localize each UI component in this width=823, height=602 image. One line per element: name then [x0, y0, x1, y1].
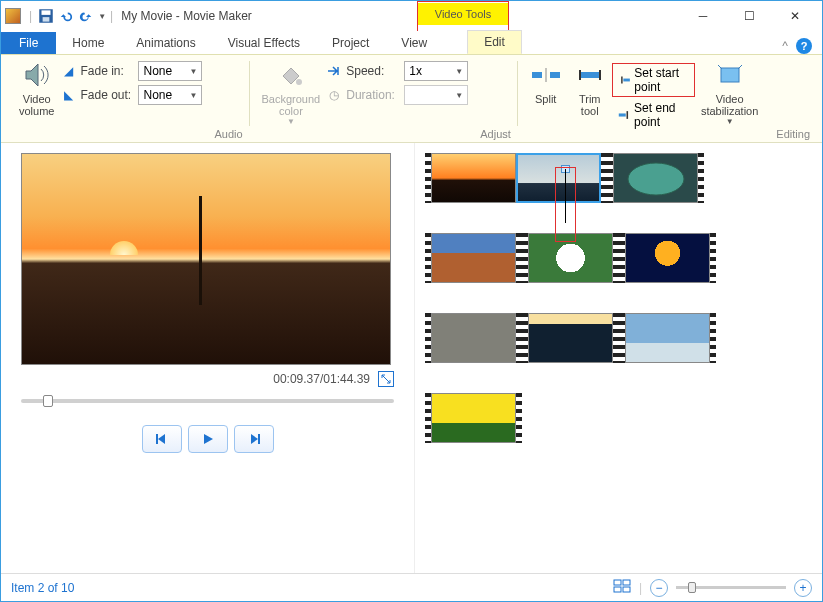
time-display: 00:09.37/01:44.39: [273, 372, 370, 386]
svg-rect-15: [623, 580, 630, 585]
svg-point-13: [628, 163, 684, 195]
window-title: My Movie - Movie Maker: [121, 9, 252, 23]
status-item-count: Item 2 of 10: [11, 581, 74, 595]
clip-thumbnail[interactable]: [528, 233, 613, 283]
qat-save-button[interactable]: [37, 7, 55, 25]
fade-in-icon: ◢: [60, 63, 76, 79]
clip-thumbnail[interactable]: [625, 313, 710, 363]
status-bar: Item 2 of 10 | − +: [1, 573, 822, 601]
tab-edit[interactable]: Edit: [467, 30, 522, 54]
tab-animations[interactable]: Animations: [120, 32, 211, 54]
speed-combo[interactable]: 1x▼: [404, 61, 468, 81]
close-button[interactable]: ✕: [772, 2, 818, 30]
svg-rect-8: [623, 79, 630, 82]
split-icon: [530, 59, 562, 91]
tab-home[interactable]: Home: [56, 32, 120, 54]
svg-rect-11: [156, 434, 158, 444]
app-icon: [5, 8, 21, 24]
video-volume-button[interactable]: Video volume: [13, 57, 60, 119]
clip-thumbnail-selected[interactable]: [516, 153, 601, 203]
zoom-out-button[interactable]: −: [650, 579, 668, 597]
split-button[interactable]: Split: [524, 57, 568, 107]
svg-rect-16: [614, 587, 621, 592]
ribbon-tabs: File Home Animations Visual Effects Proj…: [1, 31, 822, 55]
fade-in-combo[interactable]: None▼: [138, 61, 202, 81]
svg-rect-9: [618, 113, 625, 116]
thumbnail-view-button[interactable]: [613, 579, 631, 596]
duration-icon: ◷: [326, 87, 342, 103]
play-button[interactable]: [188, 425, 228, 453]
seek-slider[interactable]: [21, 399, 394, 403]
contextual-tab-header: Video Tools: [418, 3, 508, 25]
clip-thumbnail[interactable]: [613, 153, 698, 203]
group-label-editing: Editing: [776, 128, 810, 142]
speed-label: Speed:: [346, 64, 400, 78]
qat-redo-button[interactable]: [77, 7, 95, 25]
main-area: 00:09.37/01:44.39: [1, 143, 822, 573]
playhead-line: [565, 169, 566, 223]
fade-out-combo[interactable]: None▼: [138, 85, 202, 105]
clip-thumbnail[interactable]: [431, 153, 516, 203]
svg-rect-14: [614, 580, 621, 585]
duration-label: Duration:: [346, 88, 400, 102]
fade-out-icon: ◣: [60, 87, 76, 103]
background-color-button[interactable]: Background color ▼: [256, 57, 327, 128]
speed-icon: [326, 63, 342, 79]
tab-project[interactable]: Project: [316, 32, 385, 54]
timeline-row: [425, 153, 812, 203]
preview-pane: 00:09.37/01:44.39: [1, 143, 415, 573]
tab-visual-effects[interactable]: Visual Effects: [212, 32, 316, 54]
svg-rect-10: [721, 68, 739, 82]
group-label-audio: Audio: [214, 128, 242, 142]
svg-rect-4: [532, 72, 542, 78]
speaker-icon: [21, 59, 53, 91]
svg-rect-7: [580, 72, 600, 78]
preview-player[interactable]: [21, 153, 391, 365]
prev-frame-button[interactable]: [142, 425, 182, 453]
video-stabilization-button[interactable]: Video stabilization ▼: [695, 57, 764, 128]
set-end-icon: [618, 107, 630, 123]
fade-out-label: Fade out:: [80, 88, 134, 102]
duration-combo: ▼: [404, 85, 468, 105]
tab-view[interactable]: View: [385, 32, 443, 54]
zoom-slider[interactable]: [676, 586, 786, 589]
fullscreen-button[interactable]: [378, 371, 394, 387]
paint-bucket-icon: [275, 59, 307, 91]
clip-thumbnail[interactable]: [528, 313, 613, 363]
ribbon: Video volume ◢ Fade in: None▼ ◣ Fade out…: [1, 55, 822, 143]
svg-point-3: [296, 79, 302, 85]
svg-rect-5: [550, 72, 560, 78]
svg-rect-2: [43, 17, 50, 22]
qat-undo-button[interactable]: [57, 7, 75, 25]
set-start-point-button[interactable]: Set start point: [612, 63, 695, 97]
clip-thumbnail[interactable]: [431, 313, 516, 363]
maximize-button[interactable]: ☐: [726, 2, 772, 30]
clip-thumbnail[interactable]: [431, 233, 516, 283]
trim-icon: [574, 59, 606, 91]
timeline-row: [425, 313, 812, 363]
stabilization-icon: [714, 59, 746, 91]
tab-file[interactable]: File: [1, 32, 56, 54]
minimize-button[interactable]: ─: [680, 2, 726, 30]
clip-thumbnail[interactable]: [625, 233, 710, 283]
svg-rect-12: [258, 434, 260, 444]
svg-rect-17: [623, 587, 630, 592]
svg-rect-1: [42, 10, 51, 15]
trim-tool-button[interactable]: Trim tool: [568, 57, 612, 119]
clip-thumbnail[interactable]: [431, 393, 516, 443]
timeline-pane[interactable]: [415, 143, 822, 573]
timeline-row: [425, 233, 812, 283]
next-frame-button[interactable]: [234, 425, 274, 453]
timeline-row: [425, 393, 812, 443]
fade-in-label: Fade in:: [80, 64, 134, 78]
group-label-adjust: Adjust: [480, 128, 511, 142]
zoom-in-button[interactable]: +: [794, 579, 812, 597]
help-button[interactable]: ?: [796, 38, 812, 54]
title-bar: | ▼ | My Movie - Movie Maker ─ ☐ ✕: [1, 1, 822, 31]
set-start-icon: [619, 72, 631, 88]
set-end-point-button[interactable]: Set end point: [612, 99, 695, 131]
collapse-ribbon-button[interactable]: ^: [782, 39, 788, 53]
